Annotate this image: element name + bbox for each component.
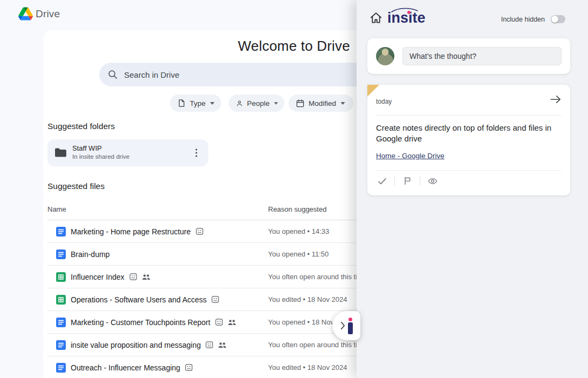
google-docs-icon — [56, 363, 66, 373]
suggested-files-heading: Suggested files — [47, 181, 105, 191]
file-name: insite value proposition and messaging — [71, 341, 201, 349]
include-hidden-toggle[interactable] — [551, 15, 565, 23]
folder-icon — [55, 148, 66, 157]
filter-chip-type[interactable]: Type — [170, 94, 221, 112]
insite-logo: insite — [387, 9, 426, 27]
include-hidden-label: Include hidden — [501, 16, 545, 23]
chevron-down-icon — [210, 102, 215, 105]
shared-people-icon — [142, 274, 151, 280]
home-icon[interactable] — [369, 11, 383, 25]
thought-input[interactable] — [402, 47, 562, 65]
drive-wordmark: Drive — [36, 8, 60, 20]
insite-logo-arc — [390, 7, 419, 12]
insite-panel: insite Include hidden today Create notes… — [357, 0, 588, 378]
chevron-down-icon — [340, 102, 345, 105]
toggle-knob — [551, 16, 558, 23]
file-name: Outreach - Influencer Messaging — [71, 363, 180, 372]
note-badge-icon — [196, 228, 203, 235]
note-date: today — [376, 98, 392, 105]
divider — [376, 115, 562, 116]
folder-card-staff-wip[interactable]: Staff WIP In insite shared drive — [47, 139, 208, 166]
file-name: Brain-dump — [71, 250, 110, 259]
column-header-reason: Reason suggested — [268, 205, 326, 213]
note-composer-card — [367, 38, 570, 74]
filter-chip-label: People — [247, 99, 270, 107]
insite-logo-dot — [407, 11, 411, 14]
note-link[interactable]: Home - Google Drive — [376, 152, 445, 160]
divider — [376, 170, 562, 171]
filter-chip-label: Type — [190, 99, 206, 107]
done-check-icon[interactable] — [376, 175, 388, 187]
calendar-icon — [296, 99, 304, 107]
file-reason: You often open around this time — [268, 341, 367, 349]
file-reason: You edited • 18 Nov 2024 — [268, 295, 347, 303]
note-badge-icon — [185, 364, 193, 371]
file-reason: You opened • 11:50 — [268, 250, 329, 258]
file-name: Marketing - Home page Restructure — [71, 227, 191, 236]
google-sheets-icon — [56, 295, 66, 305]
filter-chip-people[interactable]: People — [229, 94, 284, 112]
chevron-down-icon — [274, 102, 278, 105]
user-avatar — [376, 47, 394, 65]
arrow-right-icon[interactable] — [550, 94, 562, 104]
note-text: Create notes directly on top of folders … — [376, 123, 555, 144]
flag-icon[interactable] — [401, 175, 413, 187]
page: Drive Welcome to Drive Type People — [0, 0, 588, 378]
chevron-right-icon — [340, 321, 345, 330]
note-badge-icon — [215, 319, 223, 326]
insite-i-icon — [348, 318, 353, 334]
google-docs-icon — [56, 340, 66, 350]
file-name: Operations - Software Users and Access — [71, 295, 207, 304]
file-reason: You often open around this time — [268, 273, 367, 281]
file-reason: You opened • 14:33 — [268, 227, 329, 235]
divider — [394, 176, 395, 186]
search-icon — [108, 70, 118, 79]
filter-chip-modified[interactable]: Modified — [289, 94, 353, 112]
note-badge-icon — [206, 341, 213, 348]
note-badge-icon — [211, 296, 219, 303]
file-name: Influencer Index — [71, 273, 125, 281]
file-reason: You edited • 18 Nov 2024 — [268, 363, 347, 372]
insite-collapse-widget[interactable] — [332, 311, 360, 340]
suggested-folders-heading: Suggested folders — [47, 122, 115, 131]
note-card[interactable]: today Create notes directly on top of fo… — [367, 85, 570, 195]
filter-chip-label: Modified — [309, 99, 336, 107]
file-name: Marketing - Customer Touchpoints Report — [71, 318, 210, 327]
divider — [420, 176, 420, 186]
folder-location: In insite shared drive — [72, 153, 129, 160]
google-docs-icon — [56, 249, 66, 259]
person-icon — [236, 99, 243, 107]
eye-icon[interactable] — [427, 175, 439, 187]
google-drive-logo-icon — [18, 7, 33, 21]
note-actions — [376, 175, 439, 187]
folder-name: Staff WIP — [72, 144, 102, 152]
document-icon — [177, 99, 186, 107]
google-docs-icon — [56, 227, 66, 237]
column-header-name: Name — [47, 205, 66, 213]
shared-people-icon — [218, 342, 227, 348]
note-fold-corner — [367, 85, 379, 97]
more-options-icon[interactable] — [190, 146, 203, 159]
shared-people-icon — [228, 319, 236, 326]
note-badge-icon — [129, 273, 137, 280]
google-docs-icon — [56, 318, 66, 327]
google-sheets-icon — [56, 272, 66, 282]
